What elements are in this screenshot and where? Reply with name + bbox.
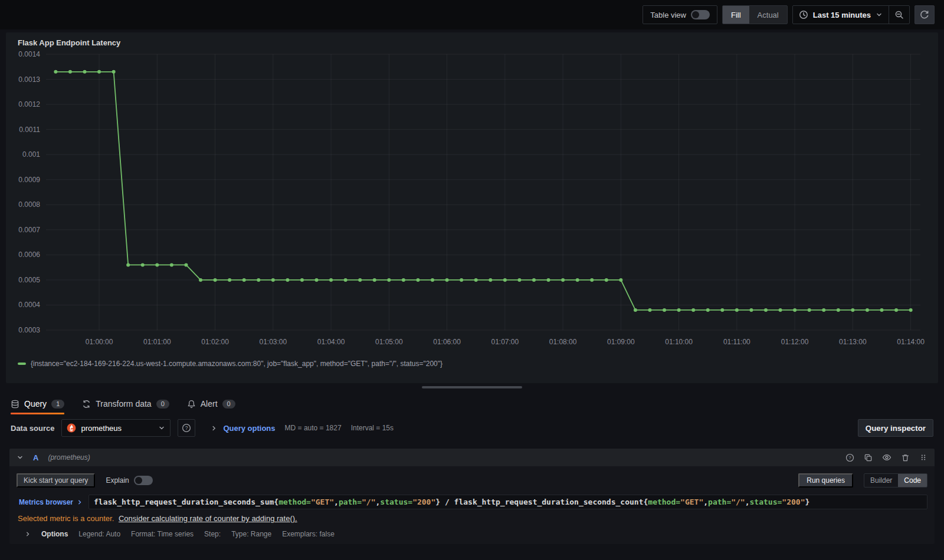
data-point[interactable] xyxy=(793,308,796,312)
data-point[interactable] xyxy=(489,278,492,282)
data-point[interactable] xyxy=(532,278,536,282)
chevron-right-icon[interactable] xyxy=(25,531,31,537)
query-token: path= xyxy=(708,498,731,506)
data-point[interactable] xyxy=(257,278,260,282)
data-point[interactable] xyxy=(315,278,319,282)
data-point[interactable] xyxy=(416,278,419,282)
data-point[interactable] xyxy=(141,263,145,266)
data-point[interactable] xyxy=(619,278,622,282)
actual-option[interactable]: Actual xyxy=(749,6,787,24)
promql-query-input[interactable]: flask_http_request_duration_seconds_sum{… xyxy=(88,495,927,509)
time-range-label: Last 15 minutes xyxy=(813,11,871,19)
data-point[interactable] xyxy=(54,70,57,74)
kick-start-query-button[interactable]: Kick start your query xyxy=(17,473,95,487)
data-point[interactable] xyxy=(344,278,348,282)
data-point[interactable] xyxy=(880,308,883,312)
data-point[interactable] xyxy=(634,308,637,312)
data-point[interactable] xyxy=(561,278,565,282)
refresh-button[interactable] xyxy=(914,5,935,24)
code-option[interactable]: Code xyxy=(898,474,927,487)
y-tick-label: 0.0014 xyxy=(18,50,40,58)
data-point[interactable] xyxy=(691,308,695,312)
data-point[interactable] xyxy=(503,278,507,282)
data-point[interactable] xyxy=(517,278,521,282)
data-point[interactable] xyxy=(402,278,405,282)
remove-query-trash-icon[interactable] xyxy=(901,453,910,462)
run-queries-button[interactable]: Run queries xyxy=(798,473,853,487)
data-point[interactable] xyxy=(242,278,246,282)
data-point[interactable] xyxy=(199,278,202,282)
duplicate-query-icon[interactable] xyxy=(864,453,873,462)
data-point[interactable] xyxy=(663,308,666,312)
table-view-toggle[interactable] xyxy=(691,10,710,19)
data-point[interactable] xyxy=(68,70,72,74)
tab-transform-data[interactable]: Transform data 0 xyxy=(82,399,169,414)
data-point[interactable] xyxy=(228,278,231,282)
data-point[interactable] xyxy=(329,278,333,282)
option-type: Type: Range xyxy=(231,530,271,538)
datasource-help-button[interactable]: ? xyxy=(178,419,195,437)
data-point[interactable] xyxy=(779,308,782,312)
data-point[interactable] xyxy=(445,278,449,282)
data-point[interactable] xyxy=(909,308,913,312)
data-point[interactable] xyxy=(808,308,811,312)
data-point[interactable] xyxy=(300,278,304,282)
pane-resize-handle[interactable] xyxy=(422,386,522,388)
data-point[interactable] xyxy=(373,278,376,282)
drag-handle-grip-icon[interactable] xyxy=(919,453,927,462)
explain-toggle[interactable] xyxy=(134,476,153,485)
data-point[interactable] xyxy=(358,278,362,282)
data-point[interactable] xyxy=(97,70,101,74)
data-point[interactable] xyxy=(387,278,391,282)
data-point[interactable] xyxy=(648,308,651,312)
data-point[interactable] xyxy=(547,278,550,282)
tab-alert[interactable]: Alert 0 xyxy=(187,399,235,414)
datasource-value: prometheus xyxy=(81,424,122,433)
tab-query[interactable]: Query 1 xyxy=(11,399,64,414)
data-point[interactable] xyxy=(851,308,854,312)
data-point[interactable] xyxy=(286,278,289,282)
query-inspector-button[interactable]: Query inspector xyxy=(858,419,933,437)
collapse-chevron-icon[interactable] xyxy=(17,454,24,461)
data-point[interactable] xyxy=(460,278,463,282)
query-options-toggle[interactable]: Query options MD = auto = 1827 Interval … xyxy=(211,424,394,433)
data-point[interactable] xyxy=(866,308,869,312)
data-point[interactable] xyxy=(749,308,753,312)
data-point[interactable] xyxy=(590,278,594,282)
zoom-out-time-button[interactable] xyxy=(889,6,909,24)
datasource-picker[interactable]: prometheus xyxy=(61,419,171,437)
data-point[interactable] xyxy=(155,263,159,266)
data-point[interactable] xyxy=(677,308,681,312)
data-point[interactable] xyxy=(837,308,840,312)
metrics-browser-toggle[interactable]: Metrics browser xyxy=(17,498,83,506)
hide-response-eye-icon[interactable] xyxy=(882,453,891,462)
data-point[interactable] xyxy=(605,278,608,282)
data-point[interactable] xyxy=(474,278,478,282)
data-point[interactable] xyxy=(271,278,275,282)
data-point[interactable] xyxy=(112,70,116,74)
data-point[interactable] xyxy=(184,263,188,266)
chevron-down-icon xyxy=(158,424,165,431)
time-range-button[interactable]: Last 15 minutes xyxy=(793,6,889,24)
data-point[interactable] xyxy=(894,308,898,312)
query-row-actions: ? xyxy=(845,453,927,462)
data-point[interactable] xyxy=(822,308,825,312)
data-point[interactable] xyxy=(214,278,217,282)
data-point[interactable] xyxy=(706,308,710,312)
options-label[interactable]: Options xyxy=(41,530,68,538)
data-point[interactable] xyxy=(576,278,579,282)
data-point[interactable] xyxy=(126,263,130,266)
data-point[interactable] xyxy=(431,278,434,282)
data-point[interactable] xyxy=(735,308,739,312)
builder-option[interactable]: Builder xyxy=(864,474,898,487)
data-point[interactable] xyxy=(720,308,724,312)
legend-series-label[interactable]: {instance="ec2-184-169-216-224.us-west-1… xyxy=(31,360,442,368)
fill-option[interactable]: Fill xyxy=(723,6,749,24)
data-point[interactable] xyxy=(764,308,768,312)
data-point[interactable] xyxy=(170,263,173,266)
query-ref-id[interactable]: A xyxy=(33,453,38,462)
data-point[interactable] xyxy=(83,70,87,74)
timeseries-chart[interactable]: 0.00140.00130.00120.00110.0010.00090.000… xyxy=(12,47,932,358)
add-rate-link[interactable]: Consider calculating rate of counter by … xyxy=(119,514,297,523)
help-circle-icon[interactable]: ? xyxy=(845,453,854,462)
